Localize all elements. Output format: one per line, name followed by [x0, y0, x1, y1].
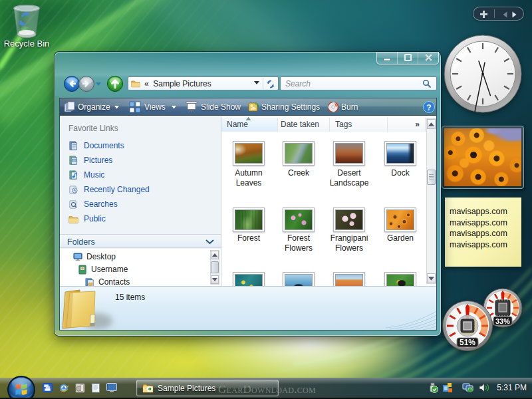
- svg-text:?: ?: [426, 103, 431, 112]
- svg-text:51%: 51%: [460, 338, 475, 347]
- svg-text:33%: 33%: [495, 317, 510, 325]
